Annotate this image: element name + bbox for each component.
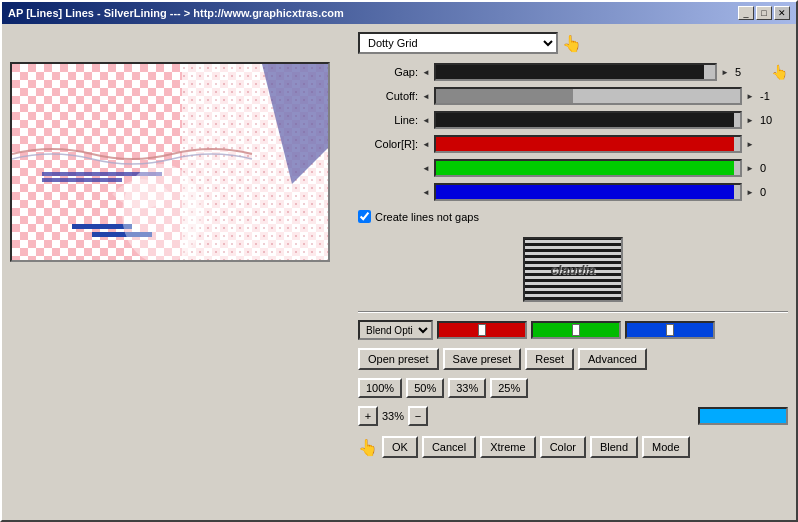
gap-label: Gap: bbox=[358, 66, 418, 78]
green-slider-row: ◄ ► 0 bbox=[358, 158, 788, 178]
gap-value: 5 bbox=[733, 66, 763, 78]
blend-row: Blend Opti bbox=[358, 320, 788, 340]
zoom-33-button[interactable]: 33% bbox=[448, 378, 486, 398]
preview-image bbox=[12, 64, 330, 262]
cutoff-arrow-right[interactable]: ► bbox=[746, 92, 754, 101]
line-label: Line: bbox=[358, 114, 418, 126]
line-value: 10 bbox=[758, 114, 788, 126]
blue-value: 0 bbox=[758, 186, 788, 198]
hand-icon-ok: 👆 bbox=[358, 438, 378, 457]
blend-thumb-green bbox=[572, 324, 580, 336]
mode-color-bar bbox=[698, 407, 788, 425]
current-zoom: 33% bbox=[382, 410, 404, 422]
gap-arrow-left[interactable]: ◄ bbox=[422, 68, 430, 77]
reset-button[interactable]: Reset bbox=[525, 348, 574, 370]
blend-thumb-blue bbox=[666, 324, 674, 336]
color-button[interactable]: Color bbox=[540, 436, 586, 458]
cancel-button[interactable]: Cancel bbox=[422, 436, 476, 458]
gap-arrow-right[interactable]: ► bbox=[721, 68, 729, 77]
blue-arrow-right[interactable]: ► bbox=[746, 188, 754, 197]
thumb-text: claudia bbox=[551, 262, 596, 277]
zoom-50-button[interactable]: 50% bbox=[406, 378, 444, 398]
colorR-label: Color[R]: bbox=[358, 138, 418, 150]
buttons-row: Open preset Save preset Reset Advanced bbox=[358, 348, 788, 370]
colorR-slider-row: Color[R]: ◄ ► bbox=[358, 134, 788, 154]
cutoff-arrow-left[interactable]: ◄ bbox=[422, 92, 430, 101]
preview-canvas bbox=[10, 62, 330, 262]
cutoff-slider-row: Cutoff: ◄ ► -1 bbox=[358, 86, 788, 106]
preview-panel bbox=[10, 32, 350, 512]
blue-arrow-left[interactable]: ◄ bbox=[422, 188, 430, 197]
blend-thumb-red bbox=[478, 324, 486, 336]
green-arrow-left[interactable]: ◄ bbox=[422, 164, 430, 173]
colorR-slider[interactable] bbox=[434, 135, 742, 153]
zoom-100-button[interactable]: 100% bbox=[358, 378, 402, 398]
svg-rect-10 bbox=[42, 178, 122, 182]
close-button[interactable]: ✕ bbox=[774, 6, 790, 20]
green-value: 0 bbox=[758, 162, 788, 174]
advanced-button[interactable]: Advanced bbox=[578, 348, 647, 370]
blend-slider-red[interactable] bbox=[437, 321, 527, 339]
save-preset-button[interactable]: Save preset bbox=[443, 348, 522, 370]
title-bar: AP [Lines] Lines - SilverLining --- > ht… bbox=[2, 2, 796, 24]
window-controls: _ □ ✕ bbox=[738, 6, 790, 20]
colorR-arrow-right[interactable]: ► bbox=[746, 140, 754, 149]
checkbox-label: Create lines not gaps bbox=[375, 211, 479, 223]
line-slider-row: Line: ◄ ► 10 bbox=[358, 110, 788, 130]
zoom-plus-button[interactable]: + bbox=[358, 406, 378, 426]
create-lines-checkbox[interactable] bbox=[358, 210, 371, 223]
cutoff-slider[interactable] bbox=[434, 87, 742, 105]
xtreme-button[interactable]: Xtreme bbox=[480, 436, 535, 458]
gap-slider[interactable] bbox=[434, 63, 717, 81]
separator-1 bbox=[358, 311, 788, 313]
preset-dropdown[interactable]: Dotty Grid bbox=[358, 32, 558, 54]
mode-button[interactable]: Mode bbox=[642, 436, 690, 458]
line-slider[interactable] bbox=[434, 111, 742, 129]
thumbnail-preview: claudia bbox=[523, 237, 623, 302]
controls-panel: Dotty Grid 👆 Gap: ◄ ► 5 👆 Cutoff: ◄ bbox=[358, 32, 788, 512]
checkbox-row: Create lines not gaps bbox=[358, 210, 788, 223]
blend-slider-blue[interactable] bbox=[625, 321, 715, 339]
gap-slider-row: Gap: ◄ ► 5 👆 bbox=[358, 62, 788, 82]
green-arrow-right[interactable]: ► bbox=[746, 164, 754, 173]
ok-button[interactable]: OK bbox=[382, 436, 418, 458]
colorR-arrow-left[interactable]: ◄ bbox=[422, 140, 430, 149]
content-area: Dotty Grid 👆 Gap: ◄ ► 5 👆 Cutoff: ◄ bbox=[2, 24, 796, 520]
line-arrow-right[interactable]: ► bbox=[746, 116, 754, 125]
maximize-button[interactable]: □ bbox=[756, 6, 772, 20]
zoom-minus-button[interactable]: − bbox=[408, 406, 428, 426]
zoom-row: 100% 50% 33% 25% bbox=[358, 378, 788, 398]
window-title: AP [Lines] Lines - SilverLining --- > ht… bbox=[8, 7, 344, 19]
cutoff-label: Cutoff: bbox=[358, 90, 418, 102]
minimize-button[interactable]: _ bbox=[738, 6, 754, 20]
blue-slider-row: ◄ ► 0 bbox=[358, 182, 788, 202]
cutoff-value: -1 bbox=[758, 90, 788, 102]
main-window: AP [Lines] Lines - SilverLining --- > ht… bbox=[0, 0, 798, 522]
green-slider[interactable] bbox=[434, 159, 742, 177]
hand-icon-gap: 👆 bbox=[771, 64, 788, 80]
blue-slider[interactable] bbox=[434, 183, 742, 201]
svg-point-13 bbox=[122, 164, 202, 262]
dropdown-row: Dotty Grid 👆 bbox=[358, 32, 788, 54]
action-buttons-row: 👆 OK Cancel Xtreme Color Blend Mode bbox=[358, 436, 788, 458]
blend-dropdown[interactable]: Blend Opti bbox=[358, 320, 433, 340]
open-preset-button[interactable]: Open preset bbox=[358, 348, 439, 370]
line-arrow-left[interactable]: ◄ bbox=[422, 116, 430, 125]
hand-icon-dropdown: 👆 bbox=[562, 34, 582, 53]
zoom-25-button[interactable]: 25% bbox=[490, 378, 528, 398]
blend-slider-green[interactable] bbox=[531, 321, 621, 339]
blend-button[interactable]: Blend bbox=[590, 436, 638, 458]
